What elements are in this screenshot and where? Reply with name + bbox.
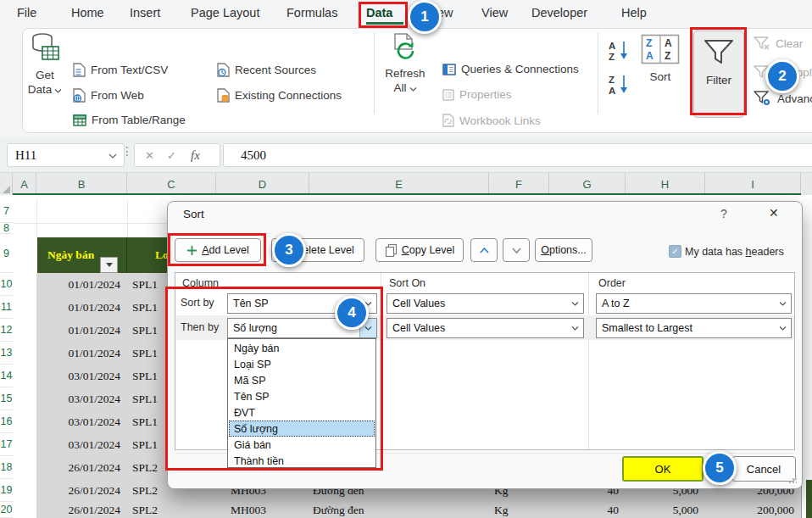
table-cell[interactable]: 5,000 [626,502,706,518]
row-header-10[interactable]: 10 [0,273,13,296]
from-web-button[interactable]: From Web [73,88,144,103]
sort-button[interactable]: Z A A Z Sort [638,34,682,84]
clear-filter-button[interactable]: Clear [754,36,803,51]
row-header-13[interactable]: 13 [0,342,13,365]
then-by-order-combo[interactable]: Smallest to Largest [596,318,792,338]
select-all-corner[interactable] [0,173,13,196]
dropdown-item[interactable]: Số lượng [229,421,375,437]
tab-formulas[interactable]: Formulas [286,0,337,25]
recent-sources-button[interactable]: Recent Sources [217,63,316,77]
dialog-close-button[interactable]: ✕ [769,206,779,220]
column-header-B[interactable]: B [36,173,127,196]
fx-icon[interactable]: fx [191,148,200,163]
advanced-filter-icon [754,91,772,107]
tab-page-layout[interactable]: Page Layout [191,0,259,25]
ok-button[interactable]: OK [622,456,704,482]
dropdown-item[interactable]: Mã SP [229,372,375,388]
table-cell[interactable]: 03/01/2024 [36,365,128,388]
table-cell[interactable]: 40 [549,502,626,518]
existing-connections-button[interactable]: Existing Connections [217,88,342,103]
queries-connections-button[interactable]: Queries & Connections [442,63,579,75]
table-cell[interactable]: 01/01/2024 [36,296,128,320]
table-cell[interactable]: Kg [489,502,550,518]
column-header-D[interactable]: D [216,173,309,196]
confirm-entry-icon[interactable]: ✓ [167,149,176,162]
tab-view[interactable]: View [481,0,508,25]
filter-button[interactable]: Filter [693,31,744,118]
table-cell[interactable]: 200,000 [705,502,802,518]
row-header-20[interactable]: 20 [0,502,13,518]
properties-button[interactable]: Properties [442,88,512,101]
cancel-button[interactable]: Cancel [731,456,796,482]
table-cell[interactable]: Đường đen [309,502,490,518]
combo-chevron-icon[interactable] [567,319,583,337]
options-button[interactable]: Options... [535,238,592,262]
row-header-19[interactable]: 19 [0,479,13,502]
table-cell[interactable]: MH003 [216,502,310,518]
row-header-15[interactable]: 15 [0,387,13,410]
sort-by-order-combo[interactable]: A to Z [596,293,792,314]
sort-az-button[interactable]: AZ [607,39,631,62]
add-level-button[interactable]: Add Level [175,238,261,262]
row-header-18[interactable]: 18 [0,456,13,479]
dropdown-item[interactable]: Giá bán [229,437,375,453]
dropdown-item[interactable]: Tên SP [229,388,375,404]
column-dropdown-list[interactable]: Ngày bánLoại SPMã SPTên SPĐVTSố lượngGiá… [227,338,376,468]
row-header-7[interactable]: 7 [0,199,13,223]
dropdown-item[interactable]: Loại SP [229,356,375,372]
get-data-button[interactable]: Get Data [24,32,66,97]
dropdown-item[interactable]: Ngày bán [229,340,375,356]
my-data-has-headers-checkbox[interactable]: ✓ [669,245,681,258]
from-text-csv-button[interactable]: From Text/CSV [73,63,168,77]
row-header-8[interactable]: 8 [0,223,13,234]
column-header-F[interactable]: F [489,173,549,196]
combo-chevron-icon[interactable] [775,319,791,337]
cancel-entry-icon[interactable]: ✕ [145,149,154,162]
move-up-button[interactable] [470,238,498,262]
table-cell[interactable]: SPL2 [127,502,217,518]
table-cell[interactable]: 03/01/2024 [36,433,128,457]
table-cell[interactable]: 26/01/2024 [36,479,128,503]
table-cell[interactable]: 26/01/2024 [36,502,128,518]
formula-input[interactable]: 4500 [223,143,812,167]
column-header-E[interactable]: E [309,173,489,196]
table-cell[interactable]: 01/01/2024 [36,342,128,365]
workbook-links-button[interactable]: Workbook Links [442,114,541,127]
copy-level-button[interactable]: Copy Level [375,238,464,262]
table-cell[interactable]: 01/01/2024 [36,273,128,297]
column-header-A[interactable]: A [13,173,36,196]
move-down-button[interactable] [503,238,530,262]
name-box[interactable]: H11 [7,143,125,167]
table-cell[interactable]: 03/01/2024 [36,387,128,411]
dropdown-item[interactable]: ĐVT [229,404,375,421]
tab-insert[interactable]: Insert [130,0,160,25]
refresh-all-button[interactable]: Refresh All [381,32,429,95]
combo-chevron-icon[interactable] [775,294,791,313]
dropdown-item[interactable]: Thành tiền [229,453,375,469]
sort-za-button[interactable]: ZA [607,73,631,96]
resize-grip[interactable] [788,476,797,484]
row-header-12[interactable]: 12 [0,319,13,342]
column-header-I[interactable]: I [705,173,801,196]
table-cell[interactable]: 01/01/2024 [36,319,128,343]
tab-help[interactable]: Help [621,0,647,25]
row-header-17[interactable]: 17 [0,433,13,456]
row-header-11[interactable]: 11 [0,296,13,319]
tab-home[interactable]: Home [71,0,104,25]
column-header-G[interactable]: G [549,173,626,196]
sort-by-sort-on-combo[interactable]: Cell Values [387,293,584,314]
combo-chevron-icon[interactable] [567,294,583,313]
column-filter-button[interactable] [100,257,118,273]
tab-file[interactable]: File [17,0,36,25]
column-header-H[interactable]: H [626,173,705,196]
then-by-sort-on-combo[interactable]: Cell Values [387,318,584,338]
row-header-16[interactable]: 16 [0,410,13,433]
row-header-14[interactable]: 14 [0,365,13,387]
tab-developer[interactable]: Developer [531,0,587,25]
dialog-help-button[interactable]: ? [720,207,727,220]
column-header-C[interactable]: C [127,173,216,196]
table-cell[interactable]: 26/01/2024 [36,456,128,480]
from-table-range-button[interactable]: From Table/Range [73,114,186,126]
row-header-9[interactable]: 9 [0,235,13,273]
table-cell[interactable]: 03/01/2024 [36,410,128,434]
